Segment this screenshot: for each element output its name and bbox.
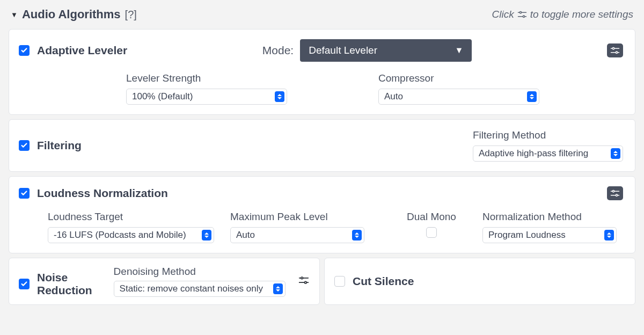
filtering-panel: Filtering Filtering Method Adaptive high… bbox=[9, 119, 635, 172]
adaptive-leveler-panel: Adaptive Leveler Mode: Default Leveler ▼… bbox=[9, 29, 635, 115]
svg-point-7 bbox=[616, 52, 617, 53]
stepper-icon bbox=[275, 91, 284, 102]
svg-point-5 bbox=[612, 48, 614, 49]
denoising-method-value: Static: remove constant noises only bbox=[120, 283, 263, 294]
dual-mono-checkbox[interactable] bbox=[426, 227, 437, 238]
normalization-method-label: Normalization Method bbox=[482, 211, 633, 223]
stepper-icon bbox=[352, 230, 362, 241]
adaptive-leveler-checkbox[interactable] bbox=[19, 45, 30, 56]
leveler-settings-toggle[interactable] bbox=[607, 43, 623, 57]
normalization-method-select[interactable]: Program Loudness bbox=[482, 227, 617, 243]
stepper-icon bbox=[604, 230, 614, 241]
loudness-target-label: Loudness Target bbox=[48, 211, 230, 223]
filtering-title: Filtering bbox=[37, 139, 82, 152]
hint-text-suffix: to toggle more settings bbox=[530, 9, 633, 20]
compressor-label: Compressor bbox=[378, 72, 550, 84]
section-header-left: ▼ Audio Algorithms [?] bbox=[11, 8, 137, 21]
stepper-icon bbox=[527, 91, 537, 102]
normalization-checkbox[interactable] bbox=[19, 188, 30, 199]
filtering-checkbox[interactable] bbox=[19, 140, 30, 151]
leveler-strength-value: 100% (Default) bbox=[132, 91, 193, 102]
adaptive-leveler-title: Adaptive Leveler bbox=[37, 44, 127, 57]
noise-settings-toggle[interactable] bbox=[298, 274, 310, 287]
cut-silence-checkbox[interactable] bbox=[334, 276, 345, 287]
leveler-mode-select[interactable]: Default Leveler ▼ bbox=[300, 39, 472, 62]
svg-point-9 bbox=[612, 191, 614, 192]
chevron-down-icon: ▼ bbox=[455, 46, 463, 55]
filtering-method-label: Filtering Method bbox=[473, 129, 623, 141]
leveler-strength-label: Leveler Strength bbox=[126, 72, 298, 84]
stepper-icon bbox=[273, 283, 283, 294]
hint-text-prefix: Click bbox=[492, 9, 514, 20]
normalization-settings-toggle[interactable] bbox=[607, 186, 623, 200]
noise-reduction-panel: Noise Reduction Denoising Method Static:… bbox=[9, 258, 320, 305]
noise-reduction-checkbox[interactable] bbox=[19, 279, 30, 289]
denoising-method-label: Denoising Method bbox=[114, 266, 286, 278]
stepper-icon bbox=[202, 230, 211, 241]
normalization-method-value: Program Loudness bbox=[488, 230, 566, 241]
loudness-normalization-panel: Loudness Normalization Loudness Target -… bbox=[9, 176, 635, 253]
loudness-target-select[interactable]: -16 LUFS (Podcasts and Mobile) bbox=[48, 227, 214, 243]
filtering-method-select[interactable]: Adaptive high-pass filtering bbox=[473, 145, 623, 162]
noise-reduction-title: Noise Reduction bbox=[37, 271, 101, 297]
peak-level-value: Auto bbox=[236, 230, 255, 241]
leveler-mode-value: Default Leveler bbox=[309, 45, 377, 56]
denoising-method-select[interactable]: Static: remove constant noises only bbox=[114, 281, 286, 297]
normalization-title: Loudness Normalization bbox=[37, 187, 168, 200]
section-header: ▼ Audio Algorithms [?] Click to toggle m… bbox=[9, 8, 635, 21]
peak-level-label: Maximum Peak Level bbox=[230, 211, 380, 223]
stepper-icon bbox=[611, 148, 620, 159]
section-title: Audio Algorithms bbox=[22, 8, 121, 21]
svg-point-1 bbox=[519, 12, 521, 13]
compressor-value: Auto bbox=[384, 91, 403, 102]
cut-silence-panel: Cut Silence bbox=[324, 258, 635, 305]
dual-mono-label: Dual Mono bbox=[407, 211, 456, 223]
help-link[interactable]: [?] bbox=[125, 9, 137, 21]
cut-silence-title: Cut Silence bbox=[353, 275, 414, 288]
svg-point-13 bbox=[301, 277, 303, 279]
settings-hint: Click to toggle more settings bbox=[492, 9, 633, 20]
loudness-target-value: -16 LUFS (Podcasts and Mobile) bbox=[54, 230, 186, 241]
mode-label: Mode: bbox=[262, 44, 294, 57]
svg-point-3 bbox=[523, 16, 524, 17]
sliders-icon bbox=[517, 11, 527, 18]
peak-level-select[interactable]: Auto bbox=[230, 227, 364, 243]
svg-point-11 bbox=[616, 194, 617, 196]
compressor-select[interactable]: Auto bbox=[378, 89, 539, 105]
disclosure-triangle-icon[interactable]: ▼ bbox=[11, 11, 18, 19]
leveler-strength-select[interactable]: 100% (Default) bbox=[126, 89, 287, 105]
filtering-method-value: Adaptive high-pass filtering bbox=[479, 148, 588, 159]
svg-point-15 bbox=[305, 281, 307, 283]
